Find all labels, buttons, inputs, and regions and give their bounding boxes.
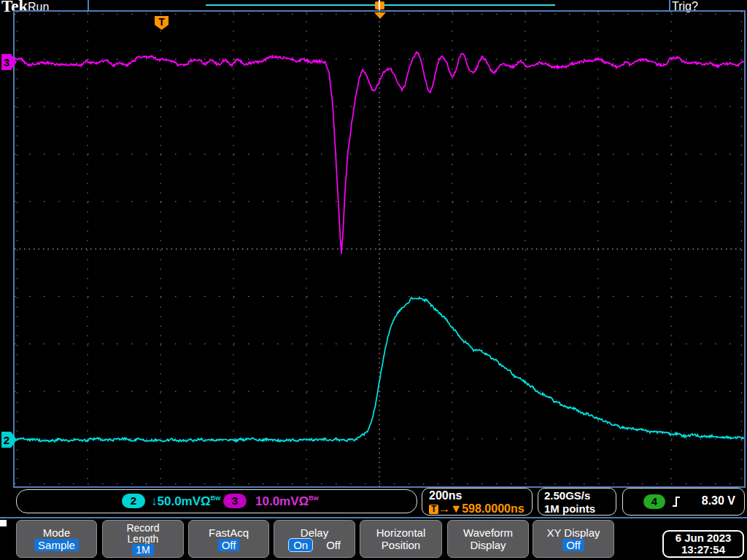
acquisition-status: Run <box>28 1 49 14</box>
graticule-grid <box>15 12 744 486</box>
delay-readout: T→▼598.0000ns <box>429 502 532 516</box>
channel-readout-box[interactable]: 2 ↓50.0mVΩBw 3 10.0mVΩBw <box>16 489 417 513</box>
timebase-readout: 200ns <box>429 489 532 502</box>
ch3-badge-arrow-icon <box>1 54 17 70</box>
ch2-badge-arrow-icon <box>1 432 17 448</box>
ch2-position-badge[interactable]: 2 <box>1 432 17 448</box>
fastacq-value: Off <box>218 539 240 551</box>
trigger-time-badge[interactable]: T <box>155 16 169 30</box>
ch2-source-badge[interactable]: 2 <box>122 494 145 508</box>
menu-button-record-length[interactable]: Record Length 1M <box>102 520 184 558</box>
xy-display-value: Off <box>562 539 584 551</box>
mode-value: Sample <box>34 539 79 551</box>
waveform-display: T 3 2 <box>0 0 747 489</box>
record-view-trigger-line <box>379 0 380 10</box>
delay-value: 598.0000ns <box>462 502 524 515</box>
delay-arrows-icon: →▼ <box>438 502 462 515</box>
delay-off-toggle[interactable]: Off <box>326 539 341 551</box>
delay-label: Delay <box>301 526 328 539</box>
menu-button-waveform-display[interactable]: Waveform Display <box>447 520 529 558</box>
tek-logo: Tek <box>1 0 28 16</box>
horizontal-readout-box[interactable]: 200ns T→▼598.0000ns <box>422 488 533 516</box>
record-length-label: Record Length <box>115 523 171 545</box>
datetime-box: 6 Jun 2023 13:27:54 <box>662 530 744 558</box>
waveform-display-label: Waveform Display <box>455 526 521 551</box>
ch2-badge-label: 2 <box>4 434 9 446</box>
graticule-frame <box>14 11 745 487</box>
time-readout: 13:27:54 <box>664 544 743 556</box>
xy-display-label: XY Display <box>546 526 600 539</box>
mode-label: Mode <box>43 526 71 539</box>
menu-button-horizontal-position[interactable]: Horizontal Position <box>360 520 442 558</box>
record-view-right-edge <box>669 0 670 11</box>
menu-separator <box>0 517 747 518</box>
ch3-bandwidth-flag: Bw <box>309 494 319 502</box>
trigger-level-readout: 8.30 V <box>702 494 735 508</box>
record-view-left-edge <box>88 0 89 11</box>
menu-button-fastacq[interactable]: FastAcq Off <box>188 520 269 558</box>
menu-button-delay[interactable]: Delay OnOff <box>274 520 355 558</box>
ch3-scale-value: 10.0mV <box>255 494 299 508</box>
sample-rate-readout: 2.50GS/s <box>544 489 616 502</box>
trace-CH2 <box>15 298 744 442</box>
expansion-point-icon[interactable] <box>374 12 386 19</box>
trigger-source-badge: 4 <box>643 494 665 509</box>
record-length-readout: 1M points <box>544 502 616 516</box>
acquisition-readout-box[interactable]: 2.50GS/s 1M points <box>538 488 616 516</box>
oscilloscope-screen: { "header": { "logo": "Tek", "acq_status… <box>0 0 747 560</box>
ch3-coupling-symbol: Ω <box>299 494 309 508</box>
rising-edge-icon <box>671 495 681 508</box>
trigger-status: Trig? <box>672 0 698 13</box>
delay-trigger-badge: T <box>429 505 438 514</box>
trigger-readout-box[interactable]: 4 8.30 V <box>622 488 745 516</box>
ch2-bandwidth-flag: Bw <box>211 494 221 502</box>
delay-on-toggle[interactable]: On <box>288 538 313 552</box>
corner-marker <box>0 520 7 526</box>
ch3-badge-label: 3 <box>4 56 9 69</box>
ch2-scale-value: 50.0mV <box>158 494 201 508</box>
horizontal-position-label: Horizontal Position <box>368 526 434 551</box>
trigger-flag-icon <box>155 16 169 30</box>
ch3-source-badge[interactable]: 3 <box>223 494 247 508</box>
ch2-invert-icon: ↓ <box>151 494 158 508</box>
trigger-flag-label: T <box>158 16 165 28</box>
trace-CH3 <box>15 52 744 254</box>
ch2-coupling-symbol: Ω <box>201 494 211 508</box>
ch2-scale-readout: ↓50.0mVΩBw <box>151 494 220 509</box>
record-length-value: 1M <box>132 544 153 556</box>
ch3-scale-readout: 10.0mVΩBw <box>255 494 319 509</box>
ch3-position-badge[interactable]: 3 <box>1 54 17 70</box>
menu-button-xy-display[interactable]: XY Display Off <box>533 520 614 558</box>
fastacq-label: FastAcq <box>209 526 249 539</box>
date-readout: 6 Jun 2023 <box>664 532 743 544</box>
waveform-traces <box>15 52 744 442</box>
menu-button-mode[interactable]: Mode Sample <box>16 520 97 558</box>
